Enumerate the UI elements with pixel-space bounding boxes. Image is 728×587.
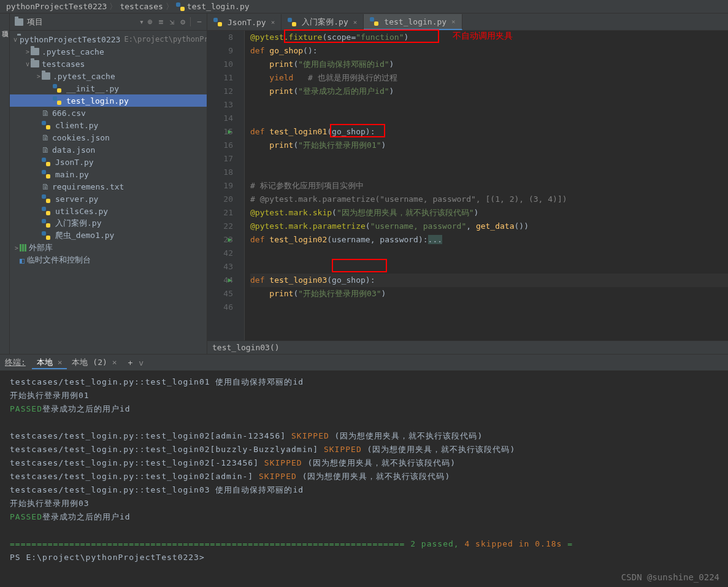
terminal-tabs: 终端: 本地 ×本地 (2) × + v: [0, 355, 728, 370]
file-icon: 🗎: [42, 182, 50, 191]
breadcrumb-item[interactable]: pythonProjectTest0223: [6, 2, 107, 11]
project-tools: ⊕ ≡ ⇲ ⚙ −: [148, 17, 202, 26]
terminal-more[interactable]: v: [139, 358, 144, 367]
tree-item[interactable]: 🗎requiremens.txt: [10, 180, 207, 193]
tree-item[interactable]: >外部库: [10, 242, 207, 254]
python-file-icon: [42, 158, 50, 166]
tree-item[interactable]: 🗎cookies.json: [10, 131, 207, 144]
python-file-icon: [176, 2, 185, 11]
annotation-text: 不自动调用夹具: [453, 31, 513, 42]
code-editor[interactable]: 89101112131415▶1617181920212223▶424344▶4…: [207, 31, 728, 340]
tree-item[interactable]: utilsCes.py: [10, 205, 207, 217]
scratch-icon: ◧: [20, 256, 25, 265]
tree-item[interactable]: >.pytest_cache: [10, 70, 207, 82]
python-file-icon: [370, 17, 378, 26]
terminal-tab[interactable]: 本地 (2) ×: [67, 356, 121, 368]
tree-item[interactable]: vpythonProjectTest0223E:\project\pythonP…: [10, 33, 207, 45]
breadcrumb-item[interactable]: test_login.py: [187, 2, 250, 11]
locate-icon[interactable]: ⊕: [148, 17, 153, 26]
file-icon: 🗎: [42, 145, 50, 155]
tree-item[interactable]: >.pytest_cache: [10, 45, 207, 58]
editor-tab[interactable]: JsonT.py×: [207, 14, 282, 30]
tree-item[interactable]: client.py: [10, 119, 207, 131]
collapse-icon[interactable]: ≡: [159, 17, 164, 26]
run-gutter-icon[interactable]: ▶: [228, 274, 232, 287]
run-gutter-icon[interactable]: ▶: [228, 125, 232, 139]
python-file-icon: [42, 219, 50, 228]
tree-item[interactable]: 🗎data.json: [10, 144, 207, 156]
folder-icon: [42, 72, 50, 80]
python-file-icon: [42, 194, 50, 203]
terminal-panel: 终端: 本地 ×本地 (2) × + v testcases/test_logi…: [0, 354, 728, 569]
python-file-icon: [288, 18, 296, 26]
editor-area: JsonT.py×入门案例.py×test_login.py× 89101112…: [207, 13, 728, 354]
settings-icon[interactable]: ⚙: [180, 17, 191, 26]
terminal-tab[interactable]: 本地 ×: [32, 356, 67, 369]
python-file-icon: [42, 231, 50, 240]
python-file-icon: [53, 96, 61, 105]
terminal-title: 终端:: [5, 357, 26, 368]
tree-item[interactable]: JsonT.py: [10, 156, 207, 168]
terminal-add[interactable]: +: [128, 358, 132, 367]
tree-item[interactable]: vtestcases: [10, 58, 207, 70]
hide-icon[interactable]: −: [197, 17, 202, 26]
editor-tab[interactable]: test_login.py×: [364, 14, 462, 30]
close-icon[interactable]: ×: [112, 358, 117, 367]
file-icon: 🗎: [42, 133, 50, 142]
editor-tab[interactable]: 入门案例.py×: [282, 14, 364, 30]
tree-item[interactable]: test_login.py: [10, 94, 207, 107]
tree-item[interactable]: server.py: [10, 193, 207, 205]
close-icon[interactable]: ×: [58, 358, 63, 367]
python-file-icon: [213, 18, 222, 26]
expand-icon[interactable]: ⇲: [170, 17, 175, 26]
close-icon[interactable]: ×: [271, 18, 275, 26]
run-gutter-icon[interactable]: ▶: [228, 233, 232, 247]
file-icon: 🗎: [42, 109, 50, 118]
tree-item[interactable]: main.py: [10, 168, 207, 180]
tree-item[interactable]: 入门案例.py: [10, 217, 207, 229]
python-file-icon: [42, 207, 50, 215]
breadcrumb-item[interactable]: testcases: [120, 2, 163, 11]
editor-breadcrumb[interactable]: test_login03(): [207, 340, 728, 354]
python-file-icon: [42, 170, 50, 178]
tree-item[interactable]: 🗎666.csv: [10, 107, 207, 119]
code-body[interactable]: 不自动调用夹具 @pytest.fixture(scope="function"…: [244, 31, 728, 340]
project-panel: 项目 ▾ ⊕ ≡ ⇲ ⚙ − vpythonProjectTest0223E:\…: [10, 13, 207, 354]
terminal-output[interactable]: testcases/test_login.py::test_login01 使用…: [0, 370, 728, 569]
lib-icon: [20, 244, 21, 251]
tree-item[interactable]: 爬虫_demo1.py: [10, 229, 207, 242]
project-header: 项目 ▾ ⊕ ≡ ⇲ ⚙ −: [10, 13, 207, 31]
gutter: 89101112131415▶1617181920212223▶424344▶4…: [207, 31, 244, 340]
folder-icon: [15, 18, 23, 26]
close-icon[interactable]: ×: [353, 18, 358, 26]
close-icon[interactable]: ×: [451, 18, 456, 26]
project-title: 项目: [27, 17, 136, 28]
folder-icon: [31, 60, 39, 67]
tree-item[interactable]: __init__.py: [10, 82, 207, 94]
breadcrumb-bar: pythonProjectTest0223 〉 testcases 〉 test…: [0, 0, 728, 13]
folder-icon: [31, 48, 39, 55]
python-file-icon: [53, 84, 61, 93]
project-tree[interactable]: vpythonProjectTest0223E:\project\pythonP…: [10, 31, 207, 354]
tree-item[interactable]: ◧临时文件和控制台: [10, 254, 207, 266]
editor-tabs: JsonT.py×入门案例.py×test_login.py×: [207, 13, 728, 31]
tool-window-stripe: 项目: [0, 13, 10, 354]
watermark: CSDN @sunshine_0224: [621, 572, 719, 582]
python-file-icon: [42, 121, 50, 129]
